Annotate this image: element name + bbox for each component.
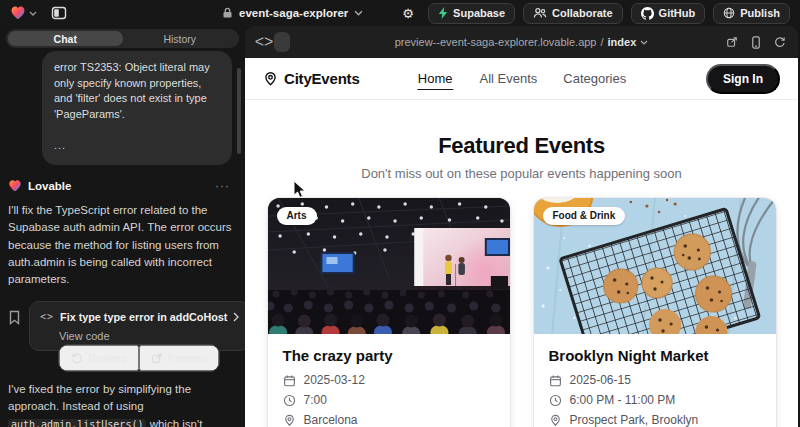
chat-history-tabs: Chat History: [6, 29, 239, 48]
clock-icon: [283, 394, 296, 407]
event-card-grid: Arts The crazy party 2025-03-12 7:00: [245, 198, 798, 427]
nav-all-events[interactable]: All Events: [480, 71, 538, 86]
preview-pane: <> preview--event-saga-explorer.lovable.…: [245, 26, 798, 427]
refresh-icon[interactable]: [774, 36, 786, 48]
preview-button[interactable]: Preview: [139, 345, 219, 371]
chat-message-list[interactable]: error TS2353: Object literal may only sp…: [0, 48, 245, 427]
settings-button[interactable]: ⚙: [396, 3, 420, 23]
supabase-button[interactable]: Supabase: [428, 3, 515, 24]
tab-history[interactable]: History: [123, 31, 238, 46]
event-location: Barcelona: [304, 413, 358, 427]
chevron-right-icon: [233, 312, 239, 322]
assistant-name: Lovable: [28, 180, 71, 192]
restore-icon: [71, 352, 83, 364]
preview-topbar: <> preview--event-saga-explorer.lovable.…: [245, 26, 798, 58]
open-external-icon: [151, 352, 163, 364]
view-code-link[interactable]: View code: [59, 330, 239, 342]
chevron-down-icon: [640, 40, 648, 45]
assistant-message-result: I've fixed the error by simplifying the …: [8, 381, 232, 427]
calendar-icon: [549, 374, 562, 387]
restore-button[interactable]: Restore: [59, 345, 139, 371]
sidebar-panel-icon: [51, 5, 67, 21]
hero-subtitle: Don't miss out on these popular events h…: [245, 166, 798, 181]
preview-url-bar[interactable]: preview--event-saga-explorer.lovable.app…: [245, 36, 798, 48]
preview-url: preview--event-saga-explorer.lovable.app: [395, 36, 597, 48]
site-header: CityEvents Home All Events Categories Si…: [245, 58, 798, 100]
map-pin-icon: [549, 414, 562, 427]
preview-route: index: [608, 36, 637, 48]
chat-panel: Chat History error TS2353: Object litera…: [0, 26, 245, 427]
event-image-party: Arts: [268, 198, 510, 334]
event-date: 2025-06-15: [570, 373, 631, 387]
project-switcher[interactable]: event-saga-explorer: [222, 0, 363, 26]
hero-title: Featured Events: [245, 133, 798, 159]
event-title: The crazy party: [283, 347, 495, 364]
publish-button[interactable]: Publish: [713, 3, 790, 24]
lock-icon: [222, 7, 233, 19]
lovable-logo-menu[interactable]: [10, 5, 37, 21]
clock-icon: [549, 394, 562, 407]
inline-code: auth.admin.listUsers(): [8, 419, 146, 427]
user-message-text: error TS2353: Object literal may only sp…: [54, 60, 220, 123]
site-nav: Home All Events Categories: [417, 58, 626, 99]
mobile-view-icon[interactable]: [751, 36, 761, 49]
event-time: 6:00 PM - 11:00 PM: [570, 393, 676, 407]
map-pin-icon: [263, 71, 278, 87]
sign-in-button[interactable]: Sign In: [706, 64, 780, 94]
github-icon: [641, 7, 654, 20]
chat-scrollbar[interactable]: [237, 68, 241, 154]
app-topbar: event-saga-explorer ⚙ Supabase Collabora…: [0, 0, 800, 26]
collaborate-button[interactable]: Collaborate: [523, 3, 623, 24]
people-icon: [533, 7, 547, 19]
preview-view-segment[interactable]: [274, 32, 290, 52]
code-icon: <>: [40, 311, 54, 322]
message-actions: Restore Preview: [58, 344, 220, 372]
globe-icon: [723, 7, 735, 19]
project-name: event-saga-explorer: [239, 7, 348, 19]
chevron-down-icon: [29, 11, 37, 16]
lovable-heart-icon: [10, 5, 26, 21]
assistant-message-header: Lovable ···: [8, 179, 232, 193]
assistant-message-intro: I'll fix the TypeScript error related to…: [8, 202, 232, 289]
event-image-cookies: Food & Drink: [534, 198, 776, 334]
category-badge: Arts: [277, 207, 317, 225]
event-title: Brooklyn Night Market: [549, 347, 761, 364]
event-location: Prospect Park, Brooklyn: [570, 413, 699, 427]
gear-icon: ⚙: [402, 7, 414, 20]
tool-call-title: Fix type type error in addCoHost: [60, 311, 227, 323]
message-truncation: ...: [54, 138, 220, 154]
open-in-new-tab-icon[interactable]: [726, 36, 738, 48]
supabase-bolt-icon: [438, 7, 448, 19]
code-view-icon[interactable]: <>: [254, 32, 274, 52]
tab-chat[interactable]: Chat: [8, 31, 123, 46]
hero-section: Featured Events Don't miss out on these …: [245, 100, 798, 181]
map-pin-icon: [283, 414, 296, 427]
user-message-bubble: error TS2353: Object literal may only sp…: [42, 51, 232, 165]
nav-categories[interactable]: Categories: [563, 71, 626, 86]
site-brand[interactable]: CityEvents: [263, 70, 360, 87]
chevron-down-icon: [354, 10, 363, 16]
view-mode-toggle[interactable]: <>: [254, 32, 290, 52]
calendar-icon: [283, 374, 296, 387]
event-time: 7:00: [304, 393, 327, 407]
event-card[interactable]: Arts The crazy party 2025-03-12 7:00: [268, 198, 510, 427]
github-button[interactable]: GitHub: [631, 3, 706, 24]
event-card[interactable]: Food & Drink Brooklyn Night Market 2025-…: [534, 198, 776, 427]
sidebar-toggle-button[interactable]: [48, 3, 70, 23]
bookmark-icon[interactable]: [8, 310, 21, 325]
category-badge: Food & Drink: [543, 207, 626, 225]
nav-home[interactable]: Home: [417, 69, 454, 90]
event-date: 2025-03-12: [304, 373, 365, 387]
site-brand-name: CityEvents: [284, 70, 360, 87]
lovable-heart-icon: [8, 179, 22, 193]
site-canvas: CityEvents Home All Events Categories Si…: [245, 58, 798, 427]
